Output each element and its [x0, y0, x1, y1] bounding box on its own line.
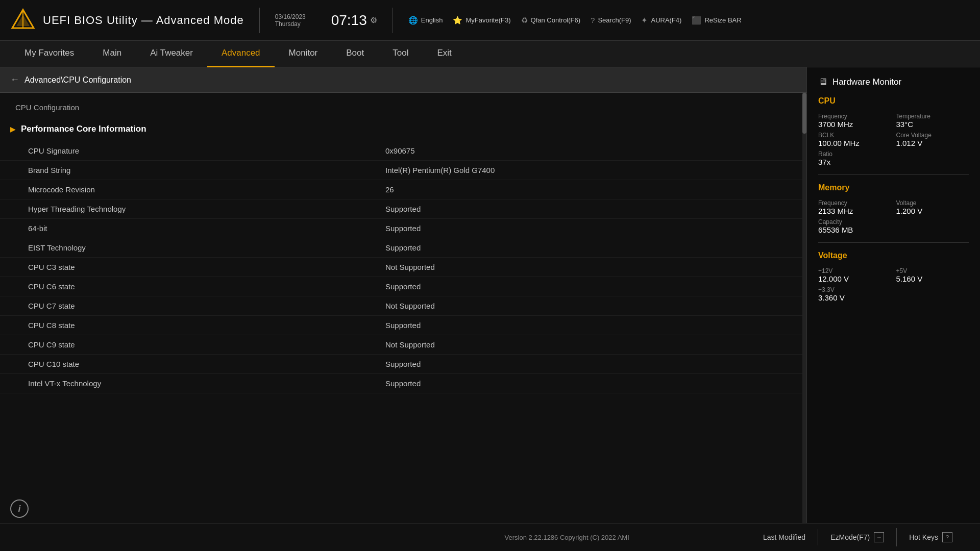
hw-cpu-grid: Frequency 3700 MHz Temperature 33°C BCLK…	[818, 113, 969, 147]
hw-mem-freq-group: Frequency 2133 MHz	[818, 199, 891, 215]
row-brand-string: Brand String Intel(R) Pentium(R) Gold G7…	[0, 161, 806, 180]
section-content: CPU Configuration ▶ Performance Core Inf…	[0, 93, 806, 523]
row-cpu-c6: CPU C6 state Supported	[0, 277, 806, 296]
ez-mode-label: EzMode(F7)	[830, 533, 870, 541]
breadcrumb-text: Advanced\CPU Configuration	[24, 76, 131, 85]
search-label: Search(F9)	[598, 16, 631, 24]
label-64bit: 64-bit	[28, 224, 385, 233]
aura-button[interactable]: ✦ AURA(F4)	[641, 16, 681, 25]
hw-v12-label: +12V	[818, 267, 891, 274]
day-display: Thursday	[275, 20, 301, 28]
divider	[393, 8, 393, 33]
hw-monitor-label: Hardware Monitor	[832, 77, 901, 87]
hw-mem-volt-group: Voltage 1.200 V	[896, 199, 969, 215]
label-cpu-c6: CPU C6 state	[28, 282, 385, 291]
row-cpu-c7: CPU C7 state Not Supported	[0, 296, 806, 316]
value-microcode-revision: 26	[385, 185, 394, 194]
hw-v12-value: 12.000 V	[818, 274, 891, 283]
qfan-button[interactable]: ♻ Qfan Control(F6)	[521, 16, 581, 25]
datetime-area: 03/16/2023 Thursday	[275, 13, 321, 28]
scrollbar-track[interactable]	[802, 93, 806, 523]
nav-main[interactable]: Main	[88, 41, 136, 67]
hw-mem-volt-label: Voltage	[896, 199, 969, 207]
nav-my-favorites[interactable]: My Favorites	[10, 41, 88, 67]
value-cpu-c9: Not Supported	[385, 340, 435, 349]
hw-cpu-freq-value: 3700 MHz	[818, 120, 891, 129]
row-64bit: 64-bit Supported	[0, 219, 806, 238]
label-cpu-c9: CPU C9 state	[28, 340, 385, 349]
hw-cpu-ratio-value: 37x	[818, 158, 969, 166]
hw-v5-label: +5V	[896, 267, 969, 274]
hot-keys-button[interactable]: Hot Keys ?	[897, 528, 965, 546]
hw-mem-capacity-group: Capacity 65536 MB	[818, 218, 969, 234]
main-layout: ← Advanced\CPU Configuration CPU Configu…	[0, 67, 980, 523]
label-cpu-c3: CPU C3 state	[28, 263, 385, 271]
search-button[interactable]: ? Search(F9)	[591, 16, 631, 24]
hw-divider-1	[818, 174, 969, 175]
row-cpu-c9: CPU C9 state Not Supported	[0, 335, 806, 355]
performance-core-section-header[interactable]: ▶ Performance Core Information	[0, 117, 806, 141]
hw-v5-value: 5.160 V	[896, 274, 969, 283]
label-cpu-c8: CPU C8 state	[28, 321, 385, 330]
label-brand-string: Brand String	[28, 166, 385, 174]
nav-tool[interactable]: Tool	[378, 41, 423, 67]
value-hyper-threading: Supported	[385, 205, 421, 213]
nav-boot[interactable]: Boot	[332, 41, 378, 67]
language-label: English	[421, 16, 443, 24]
section-arrow-icon: ▶	[10, 125, 16, 133]
myfavorite-button[interactable]: ⭐ MyFavorite(F3)	[453, 16, 510, 25]
hw-mem-cap-value: 65536 MB	[818, 226, 969, 234]
value-cpu-c6: Supported	[385, 282, 421, 291]
cpu-config-label: CPU Configuration	[0, 98, 806, 117]
row-cpu-signature: CPU Signature 0x90675	[0, 141, 806, 161]
scrollbar-thumb[interactable]	[802, 93, 806, 134]
nav-exit[interactable]: Exit	[423, 41, 465, 67]
nav-bar: My Favorites Main Ai Tweaker Advanced Mo…	[0, 41, 980, 67]
value-64bit: Supported	[385, 224, 421, 233]
question-icon: ?	[591, 16, 595, 24]
row-cpu-c8: CPU C8 state Supported	[0, 316, 806, 335]
hw-cpu-bclk-group: BCLK 100.00 MHz	[818, 132, 891, 147]
hw-memory-title: Memory	[818, 183, 969, 192]
hw-cpu-temp-value: 33°C	[896, 120, 969, 129]
hw-cpu-bclk-value: 100.00 MHz	[818, 139, 891, 147]
hw-mem-volt-value: 1.200 V	[896, 207, 969, 215]
label-intel-vtx: Intel VT-x Technology	[28, 379, 385, 388]
hw-cpu-freq-group: Frequency 3700 MHz	[818, 113, 891, 129]
logo-area: UEFI BIOS Utility — Advanced Mode	[10, 8, 244, 33]
hw-cpu-freq-label: Frequency	[818, 113, 891, 120]
hw-v5-group: +5V 5.160 V	[896, 267, 969, 283]
hw-mem-freq-label: Frequency	[818, 199, 891, 207]
row-microcode-revision: Microcode Revision 26	[0, 180, 806, 199]
hw-v33-value: 3.360 V	[818, 293, 969, 302]
aura-label: AURA(F4)	[651, 16, 681, 24]
nav-advanced[interactable]: Advanced	[207, 41, 275, 67]
last-modified-button[interactable]: Last Modified	[751, 529, 818, 545]
myfavorite-label: MyFavorite(F3)	[465, 16, 510, 24]
hw-v33-group: +3.3V 3.360 V	[818, 286, 969, 302]
hw-cpu-corevolt-value: 1.012 V	[896, 139, 969, 147]
resizebar-label: ReSize BAR	[704, 16, 741, 24]
hw-cpu-corevolt-label: Core Voltage	[896, 132, 969, 139]
hw-cpu-ratio-label: Ratio	[818, 151, 969, 158]
ez-mode-button[interactable]: EzMode(F7) →	[818, 528, 897, 546]
language-button[interactable]: 🌐 English	[408, 16, 443, 25]
gear-icon[interactable]: ⚙	[370, 15, 377, 25]
value-cpu-signature: 0x90675	[385, 146, 415, 155]
clock-display: 07:13 ⚙	[331, 12, 377, 29]
label-cpu-signature: CPU Signature	[28, 146, 385, 155]
value-cpu-c8: Supported	[385, 321, 421, 330]
value-brand-string: Intel(R) Pentium(R) Gold G7400	[385, 166, 495, 174]
hw-v33-label: +3.3V	[818, 286, 969, 293]
value-cpu-c10: Supported	[385, 360, 421, 368]
back-button[interactable]: ←	[10, 74, 19, 85]
performance-core-title: Performance Core Information	[21, 124, 146, 134]
fan-icon: ♻	[521, 16, 528, 25]
resizebar-button[interactable]: ⬛ ReSize BAR	[692, 16, 741, 25]
nav-monitor[interactable]: Monitor	[275, 41, 332, 67]
hw-cpu-temp-label: Temperature	[896, 113, 969, 120]
label-cpu-c10: CPU C10 state	[28, 360, 385, 368]
nav-ai-tweaker[interactable]: Ai Tweaker	[136, 41, 207, 67]
label-cpu-c7: CPU C7 state	[28, 302, 385, 310]
star-icon: ⭐	[453, 16, 462, 25]
